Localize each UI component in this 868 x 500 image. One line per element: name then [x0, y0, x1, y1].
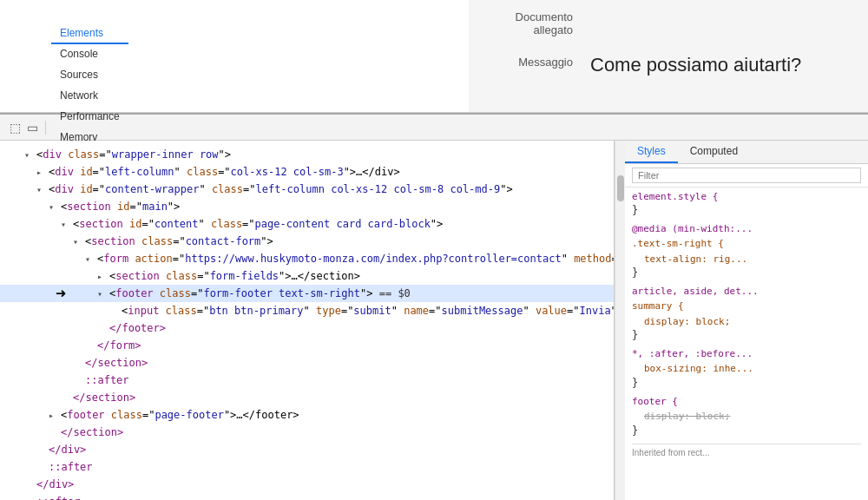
line-indent: <div id="left-column" class="col-xs-12 c…	[7, 164, 400, 180]
line-indent: </form>	[7, 338, 141, 353]
pseudo-element: ::after	[36, 496, 81, 500]
triangle-open[interactable]	[49, 201, 59, 214]
html-line[interactable]: </div>	[0, 476, 614, 493]
line-indent: ::after	[7, 494, 81, 500]
html-line[interactable]: <section id="content" class="page-conten…	[0, 215, 614, 233]
tag-name: div	[55, 166, 74, 178]
html-panel[interactable]: <div class="wrapper-inner row"><div id="…	[0, 141, 615, 500]
html-line[interactable]: </section>	[0, 354, 614, 372]
top-right-content: Documento allegato Messaggio Come possia…	[469, 0, 868, 112]
html-line[interactable]: <div id="left-column" class="col-xs-12 c…	[0, 163, 614, 181]
html-line[interactable]: <section class="form-fields">…</section>	[0, 267, 614, 285]
triangle-open[interactable]	[85, 253, 95, 266]
html-line[interactable]: <section class="contact-form">	[0, 233, 614, 250]
prop-name: box-sizing: inhe...	[644, 363, 753, 374]
tab-network[interactable]: Network	[51, 86, 128, 107]
triangle-open[interactable]	[24, 148, 35, 161]
tab-sources[interactable]: Sources	[51, 65, 128, 86]
device-icon[interactable]: ▭	[24, 120, 40, 135]
html-line[interactable]: </form>	[0, 337, 614, 354]
triangle-open[interactable]	[36, 183, 47, 196]
tab-computed[interactable]: Computed	[678, 141, 750, 163]
tag-name: footer	[67, 409, 104, 421]
attr-name: type	[316, 305, 341, 317]
tag-name: section	[115, 270, 160, 282]
closing-tag: </section>	[61, 426, 123, 438]
line-indent: </section>	[7, 390, 135, 405]
tab-elements[interactable]: Elements	[51, 23, 128, 44]
html-line[interactable]: <section id="main">	[0, 198, 614, 215]
attr-value: main	[142, 201, 168, 213]
attr-name: class	[160, 287, 191, 299]
attr-value: page-footer	[155, 409, 223, 421]
prop-name: display: block;	[644, 316, 730, 327]
scroll-thumb[interactable]	[617, 175, 624, 201]
attr-value: submit	[353, 305, 391, 317]
style-property: box-sizing: inhe...	[632, 361, 861, 377]
style-property: summary {	[632, 299, 861, 314]
attr-name: class	[141, 235, 173, 247]
prop-name: summary {	[632, 300, 684, 312]
html-line[interactable]: </div>	[0, 441, 614, 458]
html-line[interactable]: ::after	[0, 458, 614, 476]
triangle-closed[interactable]	[49, 409, 59, 422]
html-line[interactable]: <form action="https://www.huskymoto-monz…	[0, 250, 614, 267]
style-property: text-align: rig...	[632, 252, 861, 267]
triangle-open[interactable]	[61, 218, 71, 231]
closing-tag: </footer>	[109, 322, 166, 334]
attr-name: action	[135, 253, 172, 265]
closing-tag: </div>	[49, 444, 86, 456]
line-indent: </footer>	[7, 320, 166, 336]
html-line[interactable]: ::after	[0, 372, 614, 389]
tag-name: section	[79, 218, 123, 230]
tab-console[interactable]: Console	[51, 44, 128, 65]
pseudo-element: ::after	[85, 374, 129, 386]
tab-performance[interactable]: Performance	[51, 107, 128, 128]
styles-filter-input[interactable]	[632, 168, 861, 183]
styles-tabs-bar: Styles Computed	[625, 141, 868, 164]
html-line[interactable]: <footer class="page-footer">…</footer>	[0, 406, 614, 424]
triangle-closed[interactable]	[36, 166, 47, 179]
devtools-body: <div class="wrapper-inner row"><div id="…	[0, 141, 868, 500]
attr-name: class	[111, 409, 142, 421]
html-line[interactable]: <input class="btn btn-primary" type="sub…	[0, 302, 614, 319]
style-property: display: block;	[632, 314, 861, 330]
style-rule: footer {display: block;}	[632, 396, 861, 437]
tag-name: div	[55, 183, 74, 195]
html-line[interactable]: ➜<footer class="form-footer text-sm-righ…	[0, 285, 614, 302]
triangle-open[interactable]	[73, 235, 83, 248]
style-rule: *, :after, :before...box-sizing: inhe...…	[632, 348, 861, 389]
triangle-closed[interactable]	[97, 270, 108, 283]
attr-name: class	[166, 270, 197, 282]
attr-value: left-column col-xs-12 col-sm-8 col-md-9	[255, 183, 500, 195]
line-indent: <footer class="page-footer">…</footer>	[7, 407, 299, 423]
prop-name: display: block;	[644, 411, 730, 422]
style-close-brace: }	[632, 329, 861, 341]
styles-panel: Styles Computed element.style {}@media (…	[625, 141, 868, 500]
style-selector: *, :after, :before...	[632, 348, 861, 359]
triangle-open[interactable]	[97, 287, 108, 300]
attr-name: id	[129, 218, 141, 230]
html-line[interactable]: <div id="content-wrapper" class="left-co…	[0, 181, 614, 198]
html-line[interactable]: ::after	[0, 493, 614, 500]
line-indent: <div id="content-wrapper" class="left-co…	[7, 181, 513, 197]
tag-name: input	[128, 305, 159, 317]
styles-filter-bar	[625, 164, 868, 188]
prop-name: .text-sm-right {	[632, 238, 724, 249]
html-line[interactable]: <div class="wrapper-inner row">	[0, 146, 614, 163]
html-line[interactable]: </footer>	[0, 319, 614, 337]
inspect-icon[interactable]: ⬚	[7, 120, 23, 135]
style-selector: footer {	[632, 396, 861, 407]
line-indent: </section>	[7, 355, 148, 371]
line-indent: <footer class="form-footer text-sm-right…	[7, 286, 411, 301]
styles-content: element.style {}@media (min-width:....te…	[625, 188, 868, 500]
top-area: Documento allegato Messaggio Come possia…	[0, 0, 868, 113]
scroll-bar[interactable]	[615, 141, 625, 500]
tab-styles[interactable]: Styles	[625, 141, 678, 163]
style-rule: @media (min-width:....text-sm-right {tex…	[632, 223, 861, 279]
html-line[interactable]: </section>	[0, 389, 614, 406]
html-line[interactable]: </section>	[0, 424, 614, 441]
closing-tag: </div>	[36, 478, 74, 490]
closing-tag: </section>	[73, 391, 135, 404]
tag-name: section	[67, 201, 111, 213]
